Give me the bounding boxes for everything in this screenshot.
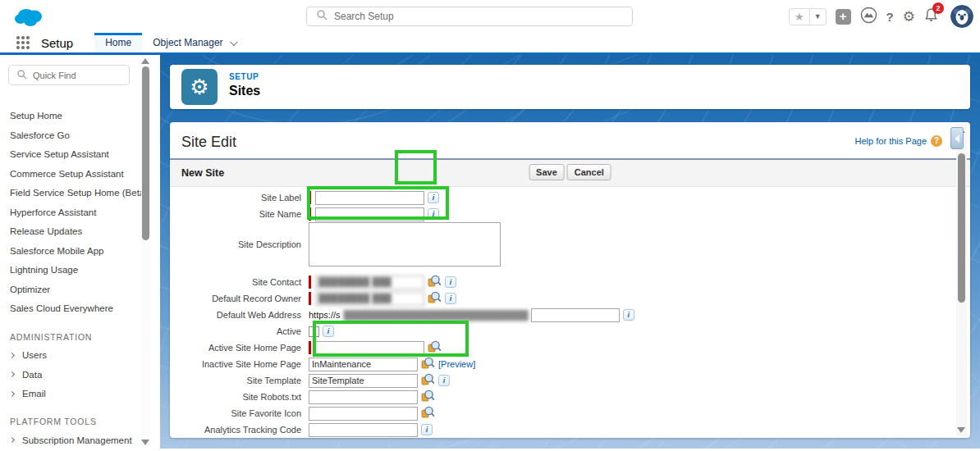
notifications-bell[interactable]: 2 bbox=[924, 7, 938, 25]
analytics-tracking-code-input[interactable] bbox=[309, 423, 418, 437]
sidebar-item-hyperforce-assistant[interactable]: Hyperforce Assistant bbox=[0, 203, 160, 223]
site-template-lookup-icon[interactable] bbox=[421, 373, 435, 389]
quick-find-input[interactable] bbox=[33, 71, 115, 80]
app-launcher-icon[interactable] bbox=[16, 36, 30, 49]
site-contact-input[interactable] bbox=[315, 276, 424, 289]
chevron-right-icon bbox=[9, 353, 15, 358]
sidebar-scroll-down-icon[interactable] bbox=[141, 440, 149, 445]
site-favorite-icon-input[interactable] bbox=[309, 407, 418, 421]
field-label-active-site-home-page: Active Site Home Page bbox=[170, 343, 309, 353]
required-indicator bbox=[309, 276, 311, 289]
active-site-home-page-lookup-icon[interactable] bbox=[428, 340, 442, 356]
sidebar-item-optimizer[interactable]: Optimizer bbox=[0, 280, 160, 300]
field-label-site-template: Site Template bbox=[170, 376, 309, 386]
help-page-icon[interactable]: ? bbox=[931, 135, 942, 147]
default-record-owner-info-icon[interactable]: i bbox=[445, 293, 456, 304]
notification-count-badge: 2 bbox=[932, 2, 944, 14]
site-favorite-icon-lookup-icon[interactable] bbox=[421, 406, 435, 421]
sidebar-item-setup-home[interactable]: Setup Home bbox=[0, 107, 160, 126]
site-template-input[interactable] bbox=[309, 374, 418, 388]
site-robots-txt-input[interactable] bbox=[309, 390, 418, 404]
page-title: Sites bbox=[229, 84, 260, 98]
favorites-dropdown-icon[interactable]: ▼ bbox=[810, 9, 826, 25]
global-header: ★ ▼ + ? ⚙ 2 bbox=[0, 0, 980, 33]
site-contact-lookup-icon[interactable] bbox=[428, 275, 442, 290]
required-indicator bbox=[309, 191, 311, 204]
sidebar-item-commerce-setup-assistant[interactable]: Commerce Setup Assistant bbox=[0, 165, 160, 184]
sidebar-item-email[interactable]: Email bbox=[0, 385, 160, 404]
site-name-input[interactable] bbox=[315, 207, 424, 221]
site-robots-txt-lookup-icon[interactable] bbox=[421, 390, 435, 405]
site-edit-form: Site LabeliSite NameiSite DescriptionSit… bbox=[170, 189, 954, 438]
sidebar-scroll-up-icon[interactable] bbox=[141, 58, 149, 64]
collapse-panel-button[interactable] bbox=[950, 127, 964, 149]
default-web-address-suffix-input[interactable] bbox=[531, 308, 620, 322]
default-web-address-info-icon[interactable]: i bbox=[623, 309, 634, 321]
sidebar-item-subscription-management[interactable]: Subscription Management bbox=[0, 430, 160, 450]
help-icon[interactable]: ? bbox=[886, 10, 894, 24]
global-search[interactable] bbox=[306, 7, 633, 26]
field-label-site-name: Site Name bbox=[170, 209, 309, 220]
inactive-site-home-page-input[interactable] bbox=[309, 358, 418, 371]
chevron-right-icon bbox=[9, 437, 15, 443]
default-record-owner-input[interactable] bbox=[315, 292, 424, 306]
sidebar-item-users[interactable]: Users bbox=[0, 346, 160, 366]
content-scrollbar-thumb[interactable] bbox=[958, 153, 965, 303]
global-actions-icon[interactable]: + bbox=[836, 9, 851, 25]
sidebar-section-administration: ADMINISTRATION bbox=[0, 328, 160, 346]
form-row-analytics-tracking-code: Analytics Tracking Codei bbox=[170, 421, 954, 438]
sidebar-item-service-setup-assistant[interactable]: Service Setup Assistant bbox=[0, 145, 160, 165]
content-scroll-down-icon[interactable] bbox=[957, 427, 965, 433]
save-button[interactable]: Save bbox=[529, 164, 565, 180]
site-name-info-icon[interactable]: i bbox=[428, 208, 439, 220]
inactive-site-home-page-lookup-icon[interactable] bbox=[421, 357, 435, 372]
site-description-textarea[interactable] bbox=[309, 222, 501, 266]
sidebar-item-field-service-setup-home-beta[interactable]: Field Service Setup Home (Beta) bbox=[0, 184, 160, 203]
site-edit-title: Site Edit bbox=[181, 134, 236, 151]
quick-find-box[interactable] bbox=[8, 65, 130, 85]
default-record-owner-lookup-icon[interactable] bbox=[428, 291, 442, 307]
guidance-center-icon[interactable] bbox=[860, 7, 877, 27]
site-template-info-icon[interactable]: i bbox=[438, 375, 450, 386]
favorite-star-icon[interactable]: ★ bbox=[790, 9, 810, 25]
tab-home[interactable]: Home bbox=[94, 33, 142, 52]
help-for-this-page-link[interactable]: Help for this Page ? bbox=[855, 135, 942, 147]
form-row-site-description: Site Description bbox=[170, 222, 954, 266]
salesforce-logo-icon bbox=[13, 5, 46, 31]
active-info-icon[interactable]: i bbox=[323, 326, 334, 337]
search-icon bbox=[317, 9, 327, 24]
chevron-right-icon bbox=[9, 391, 15, 397]
field-label-site-contact: Site Contact bbox=[170, 277, 309, 288]
sidebar-item-salesforce-mobile-app[interactable]: Salesforce Mobile App bbox=[0, 242, 160, 262]
cancel-button[interactable]: Cancel bbox=[567, 164, 611, 180]
sidebar-scrollbar-thumb[interactable] bbox=[142, 66, 149, 240]
site-label-input[interactable] bbox=[315, 191, 424, 205]
analytics-tracking-code-info-icon[interactable]: i bbox=[421, 424, 433, 435]
search-setup-input[interactable] bbox=[334, 11, 632, 22]
page-header-card: ⚙ SETUP Sites bbox=[170, 65, 970, 109]
active-site-home-page-input[interactable] bbox=[315, 341, 424, 355]
favorites-control[interactable]: ★ ▼ bbox=[789, 8, 827, 25]
tab-object-manager[interactable]: Object Manager bbox=[142, 33, 245, 52]
sidebar-item-sales-cloud-everywhere[interactable]: Sales Cloud Everywhere bbox=[0, 299, 160, 319]
new-site-section-bar: New Site Save Cancel bbox=[170, 160, 970, 187]
form-row-site-contact: Site Contacti bbox=[170, 274, 954, 290]
active-checkbox[interactable] bbox=[309, 326, 319, 337]
quick-find-search-icon bbox=[17, 68, 27, 83]
site-contact-info-icon[interactable]: i bbox=[445, 276, 456, 288]
form-row-site-favorite-icon: Site Favorite Icon bbox=[170, 405, 954, 421]
default-web-address-prefix: https://s bbox=[309, 310, 341, 320]
sidebar-item-lightning-usage[interactable]: Lightning Usage bbox=[0, 261, 160, 280]
sidebar-item-release-updates[interactable]: Release Updates bbox=[0, 222, 160, 242]
user-avatar[interactable] bbox=[950, 5, 973, 28]
field-label-site-description: Site Description bbox=[170, 239, 309, 250]
salesforce-setup-window: ★ ▼ + ? ⚙ 2 bbox=[0, 0, 980, 451]
setup-gear-icon[interactable]: ⚙ bbox=[903, 10, 915, 24]
sidebar-item-salesforce-go[interactable]: Salesforce Go bbox=[0, 126, 160, 146]
inactive-site-home-page-preview-link[interactable]: [Preview] bbox=[438, 359, 475, 369]
field-label-default-web-address: Default Web Address bbox=[170, 310, 309, 321]
form-row-site-label: Site Labeli bbox=[170, 189, 954, 206]
form-row-site-name: Site Namei bbox=[170, 206, 954, 222]
site-label-info-icon[interactable]: i bbox=[428, 192, 439, 203]
sidebar-item-data[interactable]: Data bbox=[0, 365, 160, 385]
